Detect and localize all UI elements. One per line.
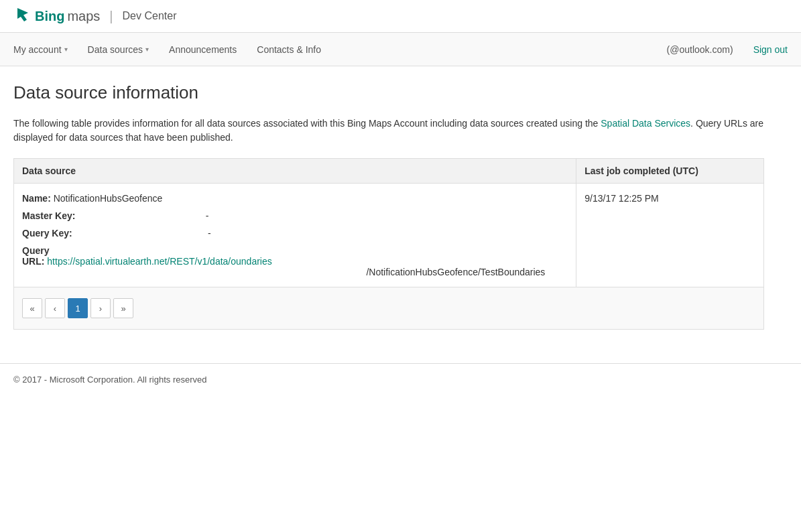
announcements-label: Announcements [169,44,237,55]
entry-query-url: Query URL: https://spatial.virtualearth.… [22,245,568,277]
footer: © 2017 - Microsoft Corporation. All righ… [0,363,801,395]
name-label: Name: [22,193,51,204]
logo-area: Bing maps | Dev Center [13,7,176,25]
name-value: NotificationHubsGeofence [54,193,163,204]
pagination-prev[interactable]: ‹ [45,298,65,318]
footer-text: © 2017 - Microsoft Corporation. All righ… [13,375,206,385]
last-job-value: 9/13/17 12:25 PM [584,193,659,204]
bing-icon [13,7,32,25]
main-content: Data source information The following ta… [0,66,778,343]
svg-marker-0 [17,8,28,21]
my-account-label: My account [13,44,62,55]
master-key-value: - [206,210,209,221]
lastjob-cell: 9/13/17 12:25 PM [576,184,764,287]
pagination-first[interactable]: « [22,298,42,318]
nav-data-sources[interactable]: Data sources ▾ [88,44,149,55]
logo-maps-text: maps [67,9,100,24]
entry-query-key: Query Key: - [22,228,568,239]
query-url-link[interactable]: https://spatial.virtualearth.net/REST/v1… [47,256,271,267]
logo-devcenter-text: Dev Center [123,10,177,22]
pagination-current[interactable]: 1 [68,298,88,318]
query-url-line: URL: https://spatial.virtualearth.net/RE… [22,256,568,277]
entry-name: Name: NotificationHubsGeofence [22,193,568,204]
nav-user-email: (@outlook.com) [667,44,733,55]
datasource-cell: Name: NotificationHubsGeofence Master Ke… [14,184,576,287]
query-label: Query [22,245,568,256]
navbar: My account ▾ Data sources ▾ Announcement… [0,33,801,66]
pagination-container: « ‹ 1 › » [13,287,764,330]
pagination-next[interactable]: › [90,298,111,318]
pagination: « ‹ 1 › » [22,298,755,318]
description-text: The following table provides information… [13,117,764,145]
pagination-last[interactable]: » [113,298,133,318]
sign-out-link[interactable]: Sign out [753,44,788,55]
query-key-label: Query Key: [22,228,72,239]
logo-bing-text: Bing [35,9,64,24]
query-label-text: Query [22,245,49,256]
data-sources-label: Data sources [88,44,143,55]
logo-divider: | [109,9,113,24]
nav-announcements[interactable]: Announcements [169,44,237,55]
table-header-row: Data source Last job completed (UTC) [14,159,764,184]
table-row: Name: NotificationHubsGeofence Master Ke… [14,184,764,287]
col-header-lastjob: Last job completed (UTC) [576,159,764,184]
url-suffix: /NotificationHubsGeofence/TestBoundaries [366,267,545,277]
nav-my-account[interactable]: My account ▾ [13,44,68,55]
data-sources-chevron-icon: ▾ [145,46,149,53]
data-sources-table: Data source Last job completed (UTC) Nam… [13,158,764,287]
nav-contacts-info[interactable]: Contacts & Info [257,44,321,55]
contacts-info-label: Contacts & Info [257,44,321,55]
query-key-value: - [208,228,211,239]
entry-master-key: Master Key: - [22,210,568,221]
bing-logo: Bing maps [13,7,100,25]
entry-block: Name: NotificationHubsGeofence Master Ke… [22,193,568,277]
page-title: Data source information [13,82,764,103]
spatial-data-services-link[interactable]: Spatial Data Services [601,118,690,129]
url-label-text: URL: [22,256,44,267]
col-header-datasource: Data source [14,159,576,184]
master-key-label: Master Key: [22,210,75,221]
my-account-chevron-icon: ▾ [64,46,68,53]
site-header: Bing maps | Dev Center [0,0,801,33]
description-part1: The following table provides information… [13,118,601,129]
